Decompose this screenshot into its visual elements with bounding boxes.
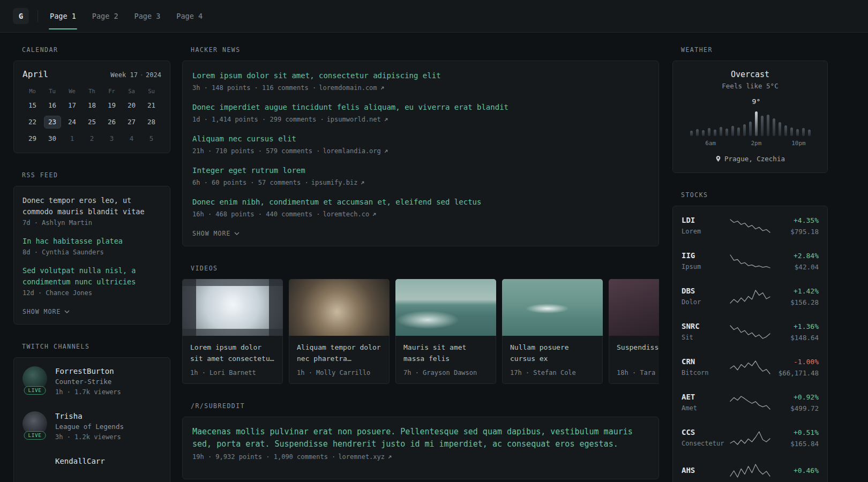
avatar: LIVE	[23, 411, 47, 436]
twitch-channel-row[interactable]: LIVE ForrestBurton Counter-Strike 1h · 1…	[23, 366, 161, 397]
rss-show-more-button[interactable]: SHOW MORE	[23, 308, 70, 315]
rss-item-title[interactable]: Donec tempor eros leo, ut commodo mauris…	[23, 195, 161, 217]
video-card-body: Suspendisse diam 18h · Tara	[609, 336, 659, 384]
channel-game: Counter-Strike	[55, 376, 121, 387]
stock-row[interactable]: AHS +0.46%	[682, 463, 819, 479]
video-thumbnail	[289, 279, 390, 336]
channel-viewers: 3h · 1.2k viewers	[55, 432, 124, 442]
subreddit-post: Maecenas mollis pulvinar erat non posuer…	[192, 426, 649, 461]
hackernews-item-title[interactable]: Donec enim nibh, condimentum et accumsan…	[192, 196, 649, 208]
external-link-icon	[360, 180, 365, 185]
calendar-month: April	[23, 69, 48, 79]
calendar-dow: Su	[141, 88, 161, 94]
stock-sparkline	[730, 430, 770, 446]
live-badge: LIVE	[24, 386, 46, 395]
video-meta: 1h · Molly Carrillo	[297, 365, 381, 376]
weather-bar	[720, 127, 722, 136]
stock-row[interactable]: AET Amet +0.92% $499.72	[682, 392, 819, 413]
calendar-day: 25	[82, 116, 102, 129]
video-card[interactable]: Aliquam tempor dolor nec pharetra… 1h · …	[289, 279, 390, 384]
stock-symbol: SNRC	[682, 321, 730, 332]
calendar-day: 22	[23, 116, 42, 129]
channel-avatar-image	[23, 456, 47, 481]
item-domain-link[interactable]: loremdomain.com	[319, 84, 377, 92]
stock-symbol: CRN	[682, 357, 730, 367]
stock-row[interactable]: DBS Dolor +1.42% $156.28	[682, 286, 819, 307]
weather-bar	[767, 115, 769, 136]
tab-page-4[interactable]: Page 4	[175, 0, 204, 33]
video-card[interactable]: Suspendisse diam 18h · Tara	[609, 279, 659, 384]
item-meta-text: 3h · 148 points · 116 comments ·	[192, 84, 316, 92]
rss-item-meta: 8d · Cynthia Saunders	[23, 248, 161, 256]
hackernews-item-title[interactable]: Aliquam nec cursus elit	[192, 133, 649, 145]
subreddit-post-title[interactable]: Maecenas mollis pulvinar erat non posuer…	[192, 426, 649, 450]
stock-row[interactable]: IIG Ipsum +2.84% $42.04	[682, 251, 819, 272]
weather-bar	[761, 116, 764, 136]
chevron-down-icon	[234, 232, 240, 235]
chevron-down-icon	[64, 310, 70, 313]
weather-bar	[702, 130, 705, 136]
rss-section: RSS FEED Donec tempor eros leo, ut commo…	[13, 171, 170, 325]
calendar-day: 30	[42, 132, 62, 145]
stock-change: +1.42%	[770, 286, 819, 296]
item-domain-link[interactable]: ipsumworld.net	[327, 116, 381, 123]
video-card[interactable]: Lorem ipsum dolor sit amet consectetu… 1…	[182, 279, 283, 384]
item-domain-link[interactable]: loremnet.xyz	[338, 453, 385, 461]
video-title: Lorem ipsum dolor sit amet consectetu…	[190, 342, 275, 364]
stock-name: Ipsum	[682, 262, 730, 272]
calendar-day-adjacent: 5	[141, 132, 161, 145]
video-card[interactable]: Mauris sit amet massa felis 7h · Grayson…	[395, 279, 496, 384]
stock-sparkline	[730, 359, 770, 375]
weather-bar	[749, 122, 752, 136]
video-card[interactable]: Nullam posuere cursus ex 17h · Stefan Co…	[502, 279, 603, 384]
item-meta-text: 6h · 60 points · 57 comments ·	[192, 179, 309, 186]
video-title: Mauris sit amet massa felis	[403, 342, 488, 364]
rss-item: In hac habitasse platea 8d · Cynthia Sau…	[23, 236, 161, 256]
weather-section-title: WEATHER	[681, 46, 828, 54]
show-more-label: SHOW MORE	[23, 308, 61, 315]
calendar-day: 28	[141, 116, 161, 129]
stock-row[interactable]: CCS Consectetur +0.51% $165.84	[682, 427, 819, 449]
hackernews-item-title[interactable]: Integer eget rutrum lorem	[192, 164, 649, 176]
item-meta-text: 21h · 710 points · 579 comments ·	[192, 147, 320, 155]
stock-change: +0.92%	[770, 392, 819, 402]
hackernews-item-title[interactable]: Lorem ipsum dolor sit amet, consectetur …	[192, 70, 649, 81]
stock-row[interactable]: CRN Bitcorn -1.00% $66,171.48	[682, 357, 819, 378]
hackernews-item-title[interactable]: Donec imperdiet augue tincidunt felis al…	[192, 101, 649, 113]
app-logo[interactable]: G	[13, 8, 29, 24]
item-domain-link[interactable]: loremtech.co	[323, 210, 369, 218]
stock-id: CRN Bitcorn	[682, 357, 730, 378]
item-domain-link[interactable]: ipsumify.biz	[311, 179, 358, 186]
tab-page-2[interactable]: Page 2	[91, 0, 119, 33]
weather-bar	[784, 125, 787, 136]
hackernews-show-more-button[interactable]: SHOW MORE	[192, 230, 240, 237]
right-column: WEATHER Overcast Feels like 5°C 9° 6am 2…	[672, 46, 828, 482]
stock-values: +4.35% $795.18	[770, 215, 819, 237]
rss-item-title[interactable]: Sed volutpat nulla nisl, a condimentum n…	[23, 265, 161, 288]
video-meta: 7h · Grayson Dawson	[403, 365, 488, 376]
videos-row: Lorem ipsum dolor sit amet consectetu… 1…	[182, 279, 659, 384]
stock-change: +0.46%	[770, 465, 819, 476]
stock-row[interactable]: SNRC Sit +1.36% $148.64	[682, 321, 819, 343]
video-meta: 17h · Stefan Cole	[510, 365, 595, 376]
twitch-channel-row[interactable]: KendallCarr	[23, 456, 161, 481]
tab-page-1[interactable]: Page 1	[49, 0, 77, 33]
calendar-day-selected: 23	[44, 116, 61, 129]
calendar-dow: Tu	[42, 88, 62, 94]
calendar-day: 27	[122, 116, 141, 129]
video-card-body: Nullam posuere cursus ex 17h · Stefan Co…	[502, 336, 603, 384]
rss-item-title[interactable]: In hac habitasse platea	[23, 236, 161, 247]
stock-row[interactable]: LDI Lorem +4.35% $795.18	[682, 215, 819, 237]
hackernews-item-meta: 1d · 1,414 points · 299 comments · ipsum…	[192, 116, 649, 123]
item-domain-link[interactable]: loremlandia.org	[323, 147, 380, 155]
twitch-channel-row[interactable]: LIVE Trisha League of Legends 3h · 1.2k …	[23, 411, 161, 442]
weather-bar	[755, 111, 758, 136]
stock-name: Bitcorn	[682, 368, 730, 378]
tab-page-3[interactable]: Page 3	[133, 0, 162, 33]
calendar-day: 16	[42, 99, 62, 112]
weather-time: 10pm	[791, 140, 806, 147]
channel-name: KendallCarr	[55, 456, 105, 466]
calendar-grid: Mo Tu We Th Fr Sa Su 15 16 17 18 19 20 2…	[23, 88, 161, 145]
rss-item: Donec tempor eros leo, ut commodo mauris…	[23, 195, 161, 227]
video-meta: 18h · Tara	[617, 365, 659, 376]
